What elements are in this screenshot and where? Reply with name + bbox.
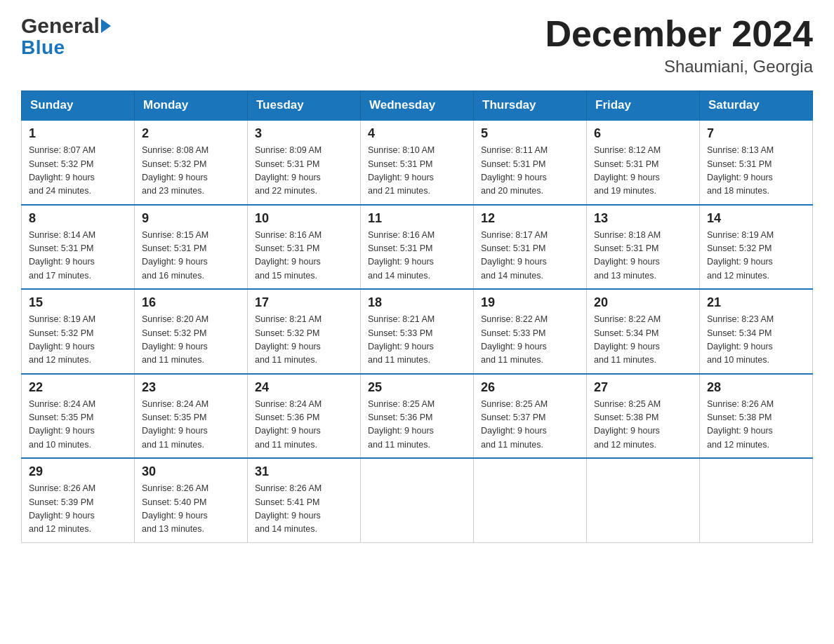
calendar-day-cell: 19Sunrise: 8:22 AMSunset: 5:33 PMDayligh… bbox=[474, 289, 587, 374]
logo: General Blue bbox=[21, 14, 111, 59]
calendar-day-cell: 2Sunrise: 8:08 AMSunset: 5:32 PMDaylight… bbox=[135, 120, 248, 205]
calendar-day-cell: 16Sunrise: 8:20 AMSunset: 5:32 PMDayligh… bbox=[135, 289, 248, 374]
calendar-day-cell: 7Sunrise: 8:13 AMSunset: 5:31 PMDaylight… bbox=[700, 120, 813, 205]
day-info: Sunrise: 8:26 AMSunset: 5:41 PMDaylight:… bbox=[255, 482, 353, 537]
calendar-day-cell: 6Sunrise: 8:12 AMSunset: 5:31 PMDaylight… bbox=[587, 120, 700, 205]
calendar-day-cell: 1Sunrise: 8:07 AMSunset: 5:32 PMDaylight… bbox=[22, 120, 135, 205]
day-number: 10 bbox=[255, 211, 353, 226]
logo-arrow-icon bbox=[101, 19, 111, 33]
page-header: General Blue December 2024 Shaumiani, Ge… bbox=[21, 14, 813, 76]
day-info: Sunrise: 8:20 AMSunset: 5:32 PMDaylight:… bbox=[142, 313, 240, 368]
calendar-day-cell: 22Sunrise: 8:24 AMSunset: 5:35 PMDayligh… bbox=[22, 374, 135, 459]
day-number: 13 bbox=[594, 211, 692, 226]
day-info: Sunrise: 8:22 AMSunset: 5:33 PMDaylight:… bbox=[481, 313, 579, 368]
calendar-day-cell: 24Sunrise: 8:24 AMSunset: 5:36 PMDayligh… bbox=[248, 374, 361, 459]
day-info: Sunrise: 8:09 AMSunset: 5:31 PMDaylight:… bbox=[255, 144, 353, 199]
col-tuesday: Tuesday bbox=[248, 91, 361, 121]
day-info: Sunrise: 8:26 AMSunset: 5:38 PMDaylight:… bbox=[707, 398, 805, 452]
title-block: December 2024 Shaumiani, Georgia bbox=[545, 14, 813, 76]
calendar-day-cell bbox=[361, 458, 474, 542]
calendar-day-cell: 15Sunrise: 8:19 AMSunset: 5:32 PMDayligh… bbox=[22, 289, 135, 374]
calendar-day-cell: 27Sunrise: 8:25 AMSunset: 5:38 PMDayligh… bbox=[587, 374, 700, 459]
calendar-week-row: 29Sunrise: 8:26 AMSunset: 5:39 PMDayligh… bbox=[22, 458, 813, 542]
calendar-day-cell: 8Sunrise: 8:14 AMSunset: 5:31 PMDaylight… bbox=[22, 205, 135, 290]
day-info: Sunrise: 8:21 AMSunset: 5:32 PMDaylight:… bbox=[255, 313, 353, 368]
day-info: Sunrise: 8:19 AMSunset: 5:32 PMDaylight:… bbox=[29, 313, 127, 368]
day-number: 2 bbox=[142, 126, 240, 141]
logo-blue-text: Blue bbox=[21, 36, 65, 59]
calendar-day-cell: 12Sunrise: 8:17 AMSunset: 5:31 PMDayligh… bbox=[474, 205, 587, 290]
calendar-day-cell: 21Sunrise: 8:23 AMSunset: 5:34 PMDayligh… bbox=[700, 289, 813, 374]
day-number: 4 bbox=[368, 126, 466, 141]
col-wednesday: Wednesday bbox=[361, 91, 474, 121]
day-number: 30 bbox=[142, 464, 240, 479]
calendar-day-cell: 3Sunrise: 8:09 AMSunset: 5:31 PMDaylight… bbox=[248, 120, 361, 205]
day-info: Sunrise: 8:26 AMSunset: 5:39 PMDaylight:… bbox=[29, 482, 127, 537]
calendar-day-cell: 23Sunrise: 8:24 AMSunset: 5:35 PMDayligh… bbox=[135, 374, 248, 459]
calendar-week-row: 22Sunrise: 8:24 AMSunset: 5:35 PMDayligh… bbox=[22, 374, 813, 459]
calendar-day-cell: 31Sunrise: 8:26 AMSunset: 5:41 PMDayligh… bbox=[248, 458, 361, 542]
day-number: 1 bbox=[29, 126, 127, 141]
day-number: 26 bbox=[481, 380, 579, 395]
calendar-week-row: 1Sunrise: 8:07 AMSunset: 5:32 PMDaylight… bbox=[22, 120, 813, 205]
day-number: 17 bbox=[255, 295, 353, 310]
day-info: Sunrise: 8:21 AMSunset: 5:33 PMDaylight:… bbox=[368, 313, 466, 368]
col-saturday: Saturday bbox=[700, 91, 813, 121]
calendar-day-cell: 10Sunrise: 8:16 AMSunset: 5:31 PMDayligh… bbox=[248, 205, 361, 290]
day-number: 29 bbox=[29, 464, 127, 479]
day-info: Sunrise: 8:23 AMSunset: 5:34 PMDaylight:… bbox=[707, 313, 805, 368]
day-info: Sunrise: 8:25 AMSunset: 5:36 PMDaylight:… bbox=[368, 398, 466, 452]
day-info: Sunrise: 8:10 AMSunset: 5:31 PMDaylight:… bbox=[368, 144, 466, 199]
day-number: 15 bbox=[29, 295, 127, 310]
col-monday: Monday bbox=[135, 91, 248, 121]
col-thursday: Thursday bbox=[474, 91, 587, 121]
day-info: Sunrise: 8:16 AMSunset: 5:31 PMDaylight:… bbox=[255, 229, 353, 283]
day-info: Sunrise: 8:22 AMSunset: 5:34 PMDaylight:… bbox=[594, 313, 692, 368]
day-number: 5 bbox=[481, 126, 579, 141]
day-info: Sunrise: 8:25 AMSunset: 5:37 PMDaylight:… bbox=[481, 398, 579, 452]
day-number: 28 bbox=[707, 380, 805, 395]
calendar-day-cell: 9Sunrise: 8:15 AMSunset: 5:31 PMDaylight… bbox=[135, 205, 248, 290]
day-number: 14 bbox=[707, 211, 805, 226]
day-number: 31 bbox=[255, 464, 353, 479]
calendar-day-cell: 20Sunrise: 8:22 AMSunset: 5:34 PMDayligh… bbox=[587, 289, 700, 374]
day-info: Sunrise: 8:17 AMSunset: 5:31 PMDaylight:… bbox=[481, 229, 579, 283]
calendar-day-cell: 5Sunrise: 8:11 AMSunset: 5:31 PMDaylight… bbox=[474, 120, 587, 205]
calendar-header-row: Sunday Monday Tuesday Wednesday Thursday… bbox=[22, 91, 813, 121]
day-number: 8 bbox=[29, 211, 127, 226]
day-number: 23 bbox=[142, 380, 240, 395]
day-info: Sunrise: 8:19 AMSunset: 5:32 PMDaylight:… bbox=[707, 229, 805, 283]
col-friday: Friday bbox=[587, 91, 700, 121]
day-info: Sunrise: 8:07 AMSunset: 5:32 PMDaylight:… bbox=[29, 144, 127, 199]
calendar-day-cell: 14Sunrise: 8:19 AMSunset: 5:32 PMDayligh… bbox=[700, 205, 813, 290]
day-info: Sunrise: 8:15 AMSunset: 5:31 PMDaylight:… bbox=[142, 229, 240, 283]
calendar-day-cell: 18Sunrise: 8:21 AMSunset: 5:33 PMDayligh… bbox=[361, 289, 474, 374]
day-number: 19 bbox=[481, 295, 579, 310]
day-info: Sunrise: 8:25 AMSunset: 5:38 PMDaylight:… bbox=[594, 398, 692, 452]
day-info: Sunrise: 8:24 AMSunset: 5:35 PMDaylight:… bbox=[142, 398, 240, 452]
calendar-day-cell: 17Sunrise: 8:21 AMSunset: 5:32 PMDayligh… bbox=[248, 289, 361, 374]
day-info: Sunrise: 8:13 AMSunset: 5:31 PMDaylight:… bbox=[707, 144, 805, 199]
day-number: 20 bbox=[594, 295, 692, 310]
day-number: 16 bbox=[142, 295, 240, 310]
day-number: 27 bbox=[594, 380, 692, 395]
day-info: Sunrise: 8:08 AMSunset: 5:32 PMDaylight:… bbox=[142, 144, 240, 199]
day-number: 3 bbox=[255, 126, 353, 141]
day-info: Sunrise: 8:14 AMSunset: 5:31 PMDaylight:… bbox=[29, 229, 127, 283]
day-number: 6 bbox=[594, 126, 692, 141]
calendar-day-cell: 29Sunrise: 8:26 AMSunset: 5:39 PMDayligh… bbox=[22, 458, 135, 542]
calendar-week-row: 8Sunrise: 8:14 AMSunset: 5:31 PMDaylight… bbox=[22, 205, 813, 290]
day-number: 7 bbox=[707, 126, 805, 141]
calendar-table: Sunday Monday Tuesday Wednesday Thursday… bbox=[21, 90, 813, 543]
calendar-day-cell: 28Sunrise: 8:26 AMSunset: 5:38 PMDayligh… bbox=[700, 374, 813, 459]
calendar-day-cell: 26Sunrise: 8:25 AMSunset: 5:37 PMDayligh… bbox=[474, 374, 587, 459]
col-sunday: Sunday bbox=[22, 91, 135, 121]
day-number: 22 bbox=[29, 380, 127, 395]
day-info: Sunrise: 8:16 AMSunset: 5:31 PMDaylight:… bbox=[368, 229, 466, 283]
day-info: Sunrise: 8:24 AMSunset: 5:35 PMDaylight:… bbox=[29, 398, 127, 452]
day-number: 11 bbox=[368, 211, 466, 226]
page-location: Shaumiani, Georgia bbox=[545, 57, 813, 76]
day-info: Sunrise: 8:24 AMSunset: 5:36 PMDaylight:… bbox=[255, 398, 353, 452]
calendar-day-cell: 25Sunrise: 8:25 AMSunset: 5:36 PMDayligh… bbox=[361, 374, 474, 459]
page-title: December 2024 bbox=[545, 14, 813, 54]
